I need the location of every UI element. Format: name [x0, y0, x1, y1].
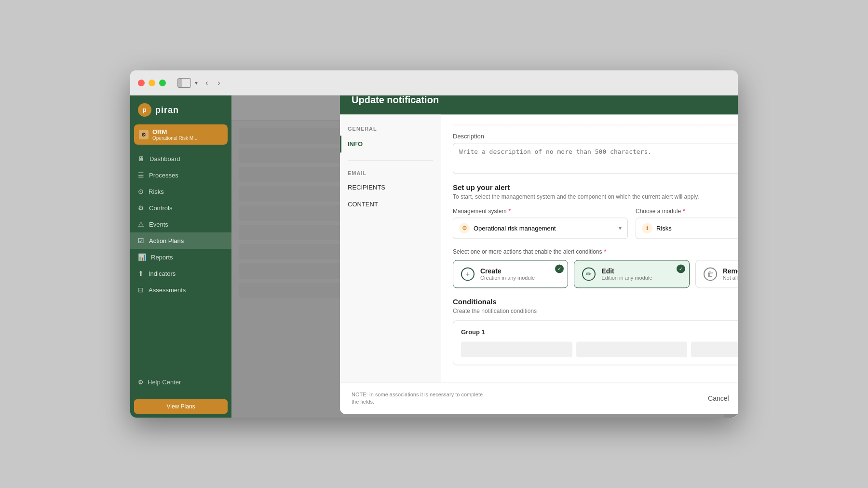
- modal-sidebar-email-section: EMAIL RECIPIENTS CONTENT: [340, 164, 441, 217]
- sidebar-item-label: Events: [149, 221, 168, 228]
- cancel-button[interactable]: Cancel: [700, 391, 737, 406]
- processes-icon: ☰: [138, 171, 144, 179]
- group-field-3[interactable]: [691, 341, 738, 357]
- mgmt-system-chevron-icon: ▾: [619, 225, 622, 231]
- action-card-remove[interactable]: 🗑 Remove Not allow conditions: [695, 260, 738, 288]
- modal-body: GENERAL INFO EMAIL RECIPIENTS CONTENT: [340, 114, 738, 382]
- view-plans-button[interactable]: View Plans: [134, 399, 228, 414]
- actions-required: *: [604, 248, 607, 255]
- sidebar-item-indicators[interactable]: ⬆ Indicators: [130, 265, 231, 282]
- maximize-button[interactable]: [159, 80, 166, 86]
- conditionals-title: Conditionals: [453, 298, 738, 306]
- edit-title: Edit: [601, 267, 652, 275]
- modal-sidebar-email-label: EMAIL: [340, 166, 441, 179]
- modal-sidebar-content-item[interactable]: CONTENT: [340, 196, 441, 213]
- edit-icon: ✏: [582, 267, 596, 281]
- create-icon: +: [461, 267, 475, 281]
- sidebar-item-risks[interactable]: ⊙ Risks: [130, 183, 231, 200]
- chevron-down-icon[interactable]: ▾: [195, 80, 198, 86]
- group-field-2[interactable]: [576, 341, 688, 357]
- sidebar-item-controls[interactable]: ⚙ Controls: [130, 200, 231, 216]
- action-plans-icon: ☑: [138, 237, 144, 244]
- module-label: Choose a module *: [636, 208, 738, 215]
- description-group: Description: [453, 133, 738, 176]
- sidebar-item-dashboard[interactable]: 🖥 Dashboard: [130, 150, 231, 167]
- events-icon: ⚠: [138, 220, 144, 228]
- module-group: Choose a module * ℹ Risks: [636, 208, 738, 239]
- module-required: *: [683, 208, 685, 215]
- module-select[interactable]: ℹ Risks ▾: [636, 217, 738, 239]
- sidebar-item-label: Dashboard: [149, 155, 180, 163]
- logo-icon: p: [138, 103, 151, 117]
- sidebar-item-label: Indicators: [149, 270, 176, 277]
- group-title: Group 1: [461, 328, 738, 336]
- actions-label: Select one or more actions that enable t…: [453, 248, 738, 255]
- sidebar-item-processes[interactable]: ☰ Processes: [130, 167, 231, 183]
- modal-footer: NOTE: In some associations it is necessa…: [340, 382, 738, 414]
- close-button[interactable]: [138, 80, 145, 86]
- minimize-button[interactable]: [149, 80, 155, 86]
- module-icon: ℹ: [642, 223, 652, 233]
- remove-title: Remove: [723, 267, 738, 275]
- group-row: [461, 341, 738, 357]
- sidebar-item-label: Risks: [149, 188, 164, 195]
- select-row: Management system * ⚙ Operational risk m…: [453, 208, 738, 239]
- modal-sidebar-info-item[interactable]: INFO: [340, 136, 441, 152]
- sidebar-item-reports[interactable]: 📊 Reports: [130, 249, 231, 265]
- browser-window: ▾ ‹ › p piran ⚙ ORM Operational Risk M..…: [130, 70, 738, 418]
- sidebar-toggle-icon[interactable]: [177, 78, 191, 88]
- group-field-1[interactable]: [461, 341, 572, 357]
- browser-controls: ▾: [177, 78, 198, 88]
- sidebar-logo: p piran: [130, 95, 231, 122]
- mgmt-system-icon: ⚙: [459, 223, 470, 233]
- risks-icon: ⊙: [138, 188, 144, 195]
- sidebar-item-action-plans[interactable]: ☑ Action Plans: [130, 232, 231, 249]
- action-cards-container: + Create Creation in any module ✓: [453, 260, 738, 288]
- logo-text: piran: [155, 105, 179, 115]
- modal-sidebar-recipients-item[interactable]: RECIPIENTS: [340, 179, 441, 196]
- module-icon: ⚙: [139, 130, 149, 139]
- create-subtitle: Creation in any module: [480, 275, 535, 281]
- sidebar-item-label: Action Plans: [149, 237, 184, 244]
- remove-subtitle: Not allow conditions: [723, 275, 738, 281]
- sidebar-item-events[interactable]: ⚠ Events: [130, 216, 231, 232]
- mgmt-system-label: Management system *: [453, 208, 628, 215]
- help-center-item[interactable]: ⚙ Help Center: [138, 376, 224, 389]
- mgmt-system-select[interactable]: ⚙ Operational risk management ▾: [453, 217, 628, 239]
- forward-button[interactable]: ›: [216, 78, 222, 88]
- modal-overlay: Update notification GENERAL INFO: [231, 95, 738, 418]
- module-value: Risks: [656, 225, 672, 232]
- help-icon: ⚙: [138, 379, 144, 386]
- module-name: ORM: [152, 128, 197, 136]
- modal-sidebar-divider: [348, 160, 433, 161]
- create-check-icon: ✓: [555, 264, 564, 273]
- description-input[interactable]: [453, 143, 738, 174]
- sidebar-item-label: Controls: [149, 204, 172, 212]
- sidebar-nav: 🖥 Dashboard ☰ Processes ⊙ Risks ⚙ Contro…: [130, 147, 231, 302]
- edit-check-icon: ✓: [677, 264, 685, 273]
- action-card-create[interactable]: + Create Creation in any module ✓: [453, 260, 568, 288]
- action-card-edit[interactable]: ✏ Edit Edition in any module ✓: [574, 260, 689, 288]
- sidebar-item-label: Assessments: [149, 286, 186, 294]
- controls-icon: ⚙: [138, 204, 144, 212]
- conditionals-subtitle: Create the notification conditions: [453, 308, 738, 314]
- conditionals-section: Conditionals Create the notification con…: [453, 298, 738, 365]
- footer-actions: Cancel Save changes: [700, 390, 738, 407]
- help-label: Help Center: [148, 379, 181, 386]
- sidebar-item-assessments[interactable]: ⊟ Assessments: [130, 282, 231, 298]
- module-subtitle: Operational Risk M...: [152, 136, 197, 141]
- alert-section-subtitle: To start, select the management system a…: [453, 193, 738, 200]
- remove-icon: 🗑: [704, 267, 717, 281]
- app-content: p piran ⚙ ORM Operational Risk M... 🖥 Da…: [130, 95, 738, 418]
- alert-section-title: Set up your alert: [453, 183, 738, 191]
- indicators-icon: ⬆: [138, 270, 144, 277]
- modal-content-area: Description Set up your alert To start, …: [441, 114, 738, 382]
- description-label: Description: [453, 133, 738, 140]
- back-button[interactable]: ‹: [203, 78, 210, 88]
- edit-subtitle: Edition in any module: [601, 275, 652, 281]
- assessments-icon: ⊟: [138, 286, 144, 294]
- module-selector[interactable]: ⚙ ORM Operational Risk M...: [134, 124, 228, 145]
- sidebar: p piran ⚙ ORM Operational Risk M... 🖥 Da…: [130, 95, 231, 418]
- modal-sidebar: GENERAL INFO EMAIL RECIPIENTS CONTENT: [340, 114, 441, 382]
- mgmt-system-required: *: [508, 208, 511, 215]
